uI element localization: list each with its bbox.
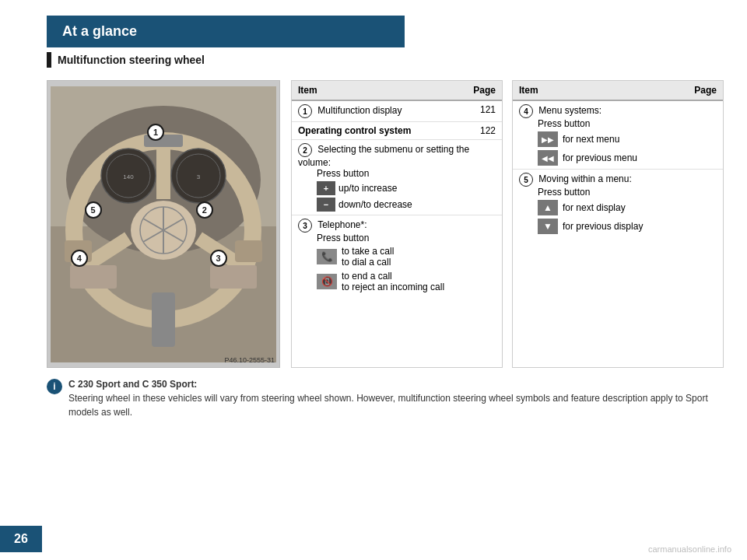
menu-prev-icon: ◀◀ xyxy=(538,150,558,166)
steering-wheel-svg: 140 3 xyxy=(51,86,276,362)
table-row: 3 Telephone*: Press button 📞 to take a c… xyxy=(292,215,502,296)
watermark: carmanualsonline.info xyxy=(648,544,731,554)
svg-rect-13 xyxy=(235,240,262,262)
sub-row-minus: − down/to decrease xyxy=(317,198,496,212)
table-row: 5 Moving within a menu: Press button ▲ f… xyxy=(513,170,723,238)
table-row: Operating control system 122 xyxy=(292,122,502,140)
plus-label: up/to increase xyxy=(338,183,397,194)
table-cell-item: Operating control system xyxy=(292,122,455,140)
item-label: Menu systems: xyxy=(538,105,601,116)
menu-next-icon: ▶▶ xyxy=(538,131,558,147)
main-content: 140 3 1 2 3 4 5 P46.10-2555-31 Item Page xyxy=(47,80,724,368)
table-right-col2-header: Page xyxy=(613,81,723,100)
image-caption: P46.10-2555-31 xyxy=(224,356,275,364)
item-label: Multifunction display xyxy=(317,105,402,116)
sub-row-next-menu: ▶▶ for next menu xyxy=(538,131,717,147)
table-left-col1-header: Item xyxy=(292,81,455,100)
prev-display-label: for previous display xyxy=(563,221,643,232)
item-label: Moving within a menu: xyxy=(538,173,631,184)
triangle-up-icon: ▲ xyxy=(538,200,558,215)
svg-rect-23 xyxy=(152,292,175,347)
item-sub-label: Press button xyxy=(298,168,496,179)
table-cell-page: 121 xyxy=(455,100,502,122)
steering-wheel-image: 140 3 1 2 3 4 5 P46.10-2555-31 xyxy=(47,80,280,368)
subheader: Multifunction steering wheel xyxy=(47,52,747,68)
item-number: 2 xyxy=(298,143,312,157)
end-label: to end a callto reject an incoming call xyxy=(342,271,444,292)
table-right-col1-header: Item xyxy=(513,81,613,100)
table-cell-full: 2 Selecting the submenu or setting the v… xyxy=(292,140,502,215)
item-label-bold: Operating control system xyxy=(298,125,411,136)
plus-icon: + xyxy=(317,181,335,195)
page-number: 26 xyxy=(0,526,42,552)
table-cell-full: 5 Moving within a menu: Press button ▲ f… xyxy=(513,170,723,238)
next-display-label: for next display xyxy=(563,202,626,213)
sub-row-call: 📞 to take a callto dial a call xyxy=(317,246,496,268)
table-row: 1 Multifunction display 121 xyxy=(292,100,502,122)
info-box: i C 230 Sport and C 350 Sport: Steering … xyxy=(47,377,724,419)
table-cell-page: 122 xyxy=(455,122,502,140)
svg-rect-15 xyxy=(210,265,257,289)
svg-text:140: 140 xyxy=(123,173,134,180)
item-number: 3 xyxy=(298,219,312,233)
triangle-down-icon: ▼ xyxy=(538,219,558,234)
tables-area: Item Page 1 Multifunction display 121 xyxy=(291,80,724,368)
circle-5: 5 xyxy=(85,201,102,219)
item-number: 5 xyxy=(519,173,533,187)
header-title: At a glance xyxy=(47,16,405,47)
table-row: 2 Selecting the submenu or setting the v… xyxy=(292,140,502,215)
minus-icon: − xyxy=(317,198,335,212)
phone-red-icon: 📵 xyxy=(317,274,337,289)
call-label: to take a callto dial a call xyxy=(342,246,394,268)
item-number: 4 xyxy=(519,104,533,118)
subheader-accent xyxy=(47,52,51,68)
sub-row-prev-display: ▼ for previous display xyxy=(538,219,717,234)
prev-menu-label: for previous menu xyxy=(563,152,637,163)
table-left-col2-header: Page xyxy=(455,81,502,100)
sub-row-end: 📵 to end a callto reject an incoming cal… xyxy=(317,271,496,292)
item-sub-label: Press button xyxy=(519,118,717,129)
svg-rect-14 xyxy=(70,265,117,289)
item-label: Selecting the submenu or setting the vol… xyxy=(298,144,469,168)
info-text: C 230 Sport and C 350 Sport: Steering wh… xyxy=(68,377,724,419)
table-left: Item Page 1 Multifunction display 121 xyxy=(291,80,503,368)
item-label: Telephone*: xyxy=(317,219,366,230)
sub-row-next-display: ▲ for next display xyxy=(538,200,717,215)
sub-row-prev-menu: ◀◀ for previous menu xyxy=(538,150,717,166)
info-icon: i xyxy=(47,379,62,394)
sub-row-plus: + up/to increase xyxy=(317,181,496,195)
circle-3: 3 xyxy=(210,250,227,267)
svg-text:3: 3 xyxy=(197,173,201,180)
next-menu-label: for next menu xyxy=(563,134,619,145)
subheader-text: Multifunction steering wheel xyxy=(58,54,205,66)
table-cell-full: 4 Menu systems: Press button ▶▶ for next… xyxy=(513,100,723,170)
circle-2: 2 xyxy=(196,201,213,219)
circle-4: 4 xyxy=(71,250,88,267)
image-container: 140 3 xyxy=(47,81,279,367)
item-sub-label: Press button xyxy=(519,187,717,198)
minus-label: down/to decrease xyxy=(338,199,412,210)
table-cell-item: 1 Multifunction display xyxy=(292,100,455,122)
phone-green-icon: 📞 xyxy=(317,249,337,264)
table-cell-full: 3 Telephone*: Press button 📞 to take a c… xyxy=(292,215,502,296)
item-sub-label: Press button xyxy=(298,233,496,243)
table-right: Item Page 4 Menu systems: Press button xyxy=(512,80,724,368)
table-row: 4 Menu systems: Press button ▶▶ for next… xyxy=(513,100,723,170)
item-number: 1 xyxy=(298,104,312,118)
